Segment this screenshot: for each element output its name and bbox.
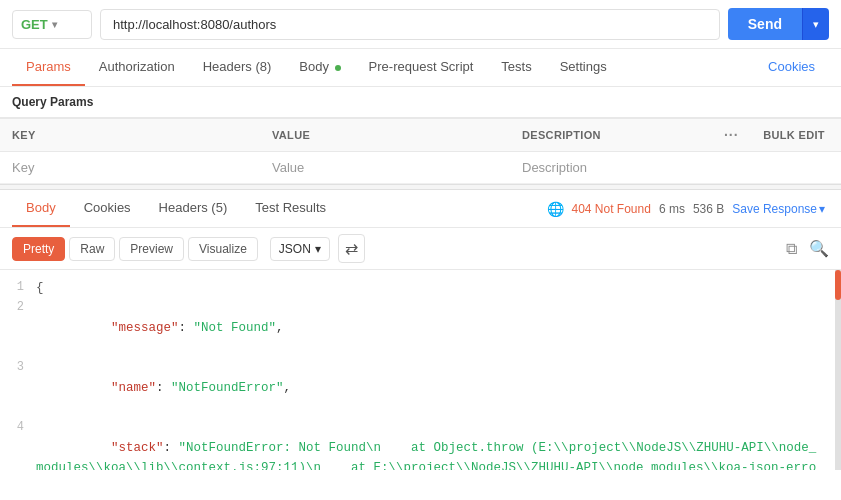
body-dot	[335, 65, 341, 71]
table-row	[0, 152, 841, 184]
col-header-bulk[interactable]: Bulk Edit	[751, 119, 841, 152]
tab-params[interactable]: Params	[12, 49, 85, 86]
params-table: KEY VALUE DESCRIPTION ··· Bulk Edit	[0, 118, 841, 184]
table-header-row: KEY VALUE DESCRIPTION ··· Bulk Edit	[0, 119, 841, 152]
response-code-block: 1 { 2 "message": "Not Found", 3 "name": …	[0, 270, 841, 470]
param-value-cell[interactable]	[260, 152, 510, 184]
search-icon[interactable]: 🔍	[809, 239, 829, 258]
code-line-4: 4 "stack": "NotFoundError: Not Found\n a…	[0, 418, 841, 470]
param-key-cell[interactable]	[0, 152, 260, 184]
more-options-icon[interactable]: ···	[724, 127, 739, 143]
method-chevron-icon: ▾	[52, 19, 57, 30]
code-line-1: 1 {	[0, 278, 841, 298]
json-chevron-icon: ▾	[315, 242, 321, 256]
request-bar: GET ▾ Send ▾	[0, 0, 841, 49]
line-number: 3	[0, 358, 36, 377]
json-format-selector[interactable]: JSON ▾	[270, 237, 330, 261]
param-value-input[interactable]	[272, 160, 498, 175]
request-tabs: Params Authorization Headers (8) Body Pr…	[0, 49, 841, 87]
line-content: "name": "NotFoundError",	[36, 358, 841, 418]
tab-tests[interactable]: Tests	[487, 49, 545, 86]
tab-prerequest[interactable]: Pre-request Script	[355, 49, 488, 86]
response-time: 6 ms	[659, 202, 685, 216]
scroll-thumb[interactable]	[835, 270, 841, 300]
scrollbar[interactable]	[835, 270, 841, 470]
col-header-key: KEY	[0, 119, 260, 152]
preview-button[interactable]: Preview	[119, 237, 184, 261]
method-label: GET	[21, 17, 48, 32]
line-content: {	[36, 278, 841, 298]
visualize-button[interactable]: Visualize	[188, 237, 258, 261]
wrap-button[interactable]: ⇄	[338, 234, 365, 263]
line-content: "message": "Not Found",	[36, 298, 841, 358]
param-bulk-cell	[751, 152, 841, 184]
send-button[interactable]: Send	[728, 8, 802, 40]
url-input[interactable]	[100, 9, 720, 40]
pretty-button[interactable]: Pretty	[12, 237, 65, 261]
line-number: 2	[0, 298, 36, 317]
col-header-desc: DESCRIPTION	[510, 119, 711, 152]
response-tab-test-results[interactable]: Test Results	[241, 190, 340, 227]
tab-settings[interactable]: Settings	[546, 49, 621, 86]
send-dropdown-button[interactable]: ▾	[802, 8, 829, 40]
response-size: 536 B	[693, 202, 724, 216]
method-selector[interactable]: GET ▾	[12, 10, 92, 39]
line-content: "stack": "NotFoundError: Not Found\n at …	[36, 418, 841, 470]
code-line-3: 3 "name": "NotFoundError",	[0, 358, 841, 418]
format-bar: Pretty Raw Preview Visualize JSON ▾ ⇄ ⧉ …	[0, 228, 841, 270]
tab-cookies[interactable]: Cookies	[754, 49, 829, 86]
globe-icon: 🌐	[547, 201, 564, 217]
line-number: 1	[0, 278, 36, 297]
send-button-group: Send ▾	[728, 8, 829, 40]
raw-button[interactable]: Raw	[69, 237, 115, 261]
save-response-button[interactable]: Save Response ▾	[732, 202, 825, 216]
param-key-input[interactable]	[12, 160, 248, 175]
param-desc-cell[interactable]	[510, 152, 711, 184]
copy-icon[interactable]: ⧉	[786, 240, 797, 258]
col-header-dots: ···	[711, 119, 751, 152]
param-desc-input[interactable]	[522, 160, 699, 175]
tab-headers[interactable]: Headers (8)	[189, 49, 286, 86]
tab-body[interactable]: Body	[285, 49, 354, 86]
response-tab-body[interactable]: Body	[12, 190, 70, 227]
tab-authorization[interactable]: Authorization	[85, 49, 189, 86]
line-number: 4	[0, 418, 36, 437]
response-tab-headers[interactable]: Headers (5)	[145, 190, 242, 227]
response-tab-cookies[interactable]: Cookies	[70, 190, 145, 227]
response-meta: 🌐 404 Not Found 6 ms 536 B Save Response…	[547, 201, 830, 217]
param-actions-cell	[711, 152, 751, 184]
status-badge: 404 Not Found	[572, 202, 651, 216]
code-line-2: 2 "message": "Not Found",	[0, 298, 841, 358]
query-params-title: Query Params	[0, 87, 841, 118]
col-header-value: VALUE	[260, 119, 510, 152]
response-tabs: Body Cookies Headers (5) Test Results 🌐 …	[0, 190, 841, 228]
